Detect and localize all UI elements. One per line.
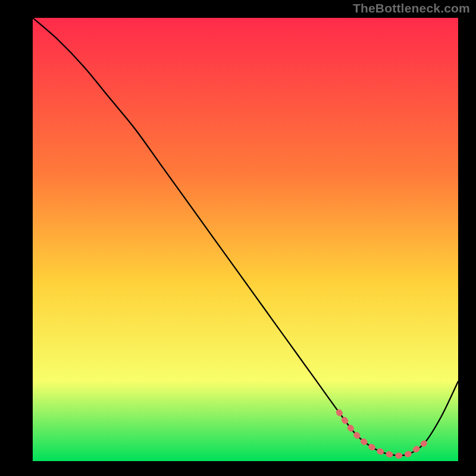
- plot-background: [33, 18, 458, 461]
- plot-svg: [0, 0, 476, 476]
- chart-root: TheBottleneck.com: [0, 0, 476, 476]
- watermark-text: TheBottleneck.com: [353, 1, 470, 15]
